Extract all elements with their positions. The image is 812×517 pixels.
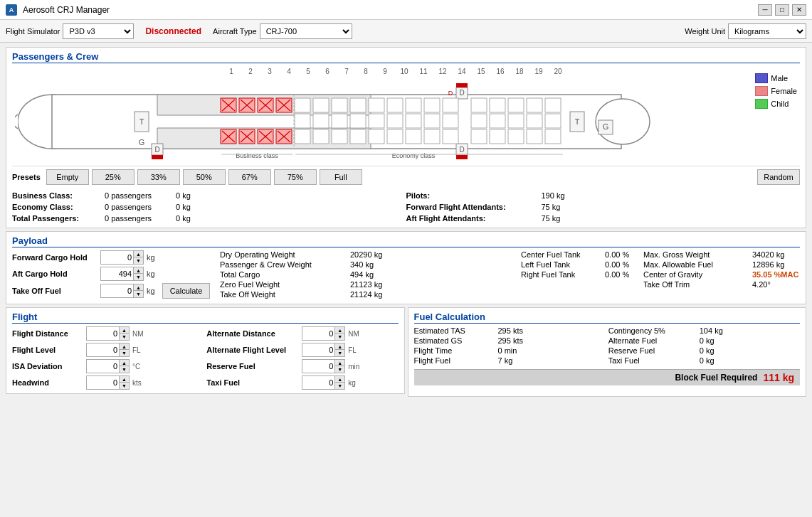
fd-up[interactable]: ▲ <box>120 327 129 334</box>
alt-fl-field[interactable] <box>302 343 334 356</box>
flight-time-label: Flight Time <box>414 346 492 355</box>
contingency-value: 104 kg <box>700 326 723 335</box>
taxi-fuel-field[interactable] <box>302 376 334 389</box>
total-passengers: 0 passengers <box>105 214 162 223</box>
flight-grid: Flight Distance ▲ ▼ NM Flight Level <box>12 326 399 390</box>
preset-50[interactable]: 50% <box>183 169 226 185</box>
alt-fl-row: Alternate Flight Level ▲ ▼ FL <box>206 343 398 357</box>
aft-cargo-down[interactable]: ▼ <box>134 274 143 280</box>
flight-distance-label: Flight Distance <box>12 329 83 338</box>
legend-female: Female <box>755 86 797 96</box>
takeoff-fuel-down[interactable]: ▼ <box>134 291 143 297</box>
hw-down[interactable]: ▼ <box>120 383 129 389</box>
reserve-fuel-result-label: Reserve Fuel <box>608 346 694 355</box>
trim-label: Take Off Trim <box>643 280 747 289</box>
takeoff-fuel-up[interactable]: ▲ <box>134 284 143 291</box>
rf-up[interactable]: ▲ <box>335 360 344 366</box>
fl-up[interactable]: ▲ <box>120 343 129 350</box>
aft-fa-weight: 75 kg <box>542 214 561 223</box>
aircraft-select[interactable]: CRJ-700 <box>260 23 352 39</box>
sim-group: Flight Simulator P3D v3 <box>6 23 134 39</box>
aft-cargo-up[interactable]: ▲ <box>134 267 143 274</box>
maximize-button[interactable]: □ <box>775 4 789 16</box>
afl-up[interactable]: ▲ <box>335 343 344 350</box>
preset-67[interactable]: 67% <box>228 169 271 185</box>
reserve-fuel-input[interactable]: ▲ ▼ <box>302 359 345 373</box>
preset-random[interactable]: Random <box>757 169 800 185</box>
sim-select[interactable]: P3D v3 <box>63 23 134 39</box>
preset-25[interactable]: 25% <box>92 169 135 185</box>
seat-1B[interactable] <box>221 129 236 144</box>
fd-down[interactable]: ▼ <box>120 334 129 340</box>
forward-cargo-up[interactable]: ▲ <box>134 251 143 257</box>
isa-field[interactable] <box>87 360 119 373</box>
minimize-button[interactable]: ─ <box>758 4 772 16</box>
svg-rect-87 <box>545 129 561 144</box>
passengers-header: Passengers & Crew <box>12 51 800 63</box>
afl-down[interactable]: ▼ <box>335 350 344 356</box>
toolbar: Flight Simulator P3D v3 Disconnected Air… <box>0 20 812 43</box>
svg-rect-75 <box>471 129 487 144</box>
flight-distance-field[interactable] <box>87 327 119 340</box>
seat-3A[interactable] <box>258 98 273 112</box>
isa-up[interactable]: ▲ <box>120 360 129 366</box>
flight-level-input[interactable]: ▲ ▼ <box>86 343 130 357</box>
preset-33[interactable]: 33% <box>137 169 180 185</box>
svg-rect-70 <box>443 114 458 128</box>
tow-label: Take Off Weight <box>220 290 344 299</box>
presets-row: Presets Empty 25% 33% 50% 67% 75% Full R… <box>12 166 800 188</box>
business-class-row: Business Class: 0 passengers 0 kg <box>12 190 406 201</box>
seat-2A[interactable] <box>239 98 255 112</box>
flight-distance-input[interactable]: ▲ ▼ <box>86 326 130 341</box>
svg-rect-64 <box>406 114 421 128</box>
preset-75[interactable]: 75% <box>274 169 317 185</box>
rf-down[interactable]: ▼ <box>335 366 344 373</box>
isa-input[interactable]: ▲ ▼ <box>86 359 130 373</box>
aft-cargo-field[interactable] <box>101 267 133 280</box>
tow-row: Take Off Weight 21124 kg <box>220 290 512 299</box>
takeoff-fuel-input[interactable]: ▲ ▼ <box>100 284 144 298</box>
preset-full[interactable]: Full <box>320 169 362 185</box>
taxi-fuel-input[interactable]: ▲ ▼ <box>302 375 345 390</box>
forward-cargo-input[interactable]: ▲ ▼ <box>100 250 144 265</box>
svg-rect-51 <box>332 98 347 112</box>
seat-4A[interactable] <box>276 98 292 112</box>
forward-cargo-down[interactable]: ▼ <box>134 257 143 264</box>
center-fuel-value: 0.00 % <box>605 250 629 259</box>
mgw-label: Max. Gross Weight <box>643 250 747 259</box>
weight-select[interactable]: Kilograms <box>728 23 806 39</box>
ad-down[interactable]: ▼ <box>335 334 344 340</box>
hw-up[interactable]: ▲ <box>120 376 129 383</box>
seat-1A[interactable] <box>221 98 236 112</box>
svg-rect-65 <box>406 129 421 144</box>
seat-3B[interactable] <box>258 129 273 144</box>
est-gs-value: 295 kts <box>498 336 523 345</box>
tf-up[interactable]: ▲ <box>335 376 344 383</box>
calculate-button[interactable]: Calculate <box>162 283 211 299</box>
alt-fl-input[interactable]: ▲ ▼ <box>302 343 345 357</box>
flight-level-field[interactable] <box>87 343 119 356</box>
svg-text:T: T <box>575 117 580 126</box>
aft-cargo-input[interactable]: ▲ ▼ <box>100 267 144 281</box>
isa-down[interactable]: ▼ <box>120 366 129 373</box>
svg-rect-76 <box>490 98 505 112</box>
fuel-calc-grid: Estimated TAS 295 kts Estimated GS 295 k… <box>414 326 801 366</box>
forward-cargo-field[interactable] <box>101 251 133 264</box>
reserve-fuel-field[interactable] <box>302 360 334 373</box>
passengers-section: Passengers & Crew 1 2 3 4 5 6 7 8 9 10 1… <box>6 47 806 228</box>
alt-dist-field[interactable] <box>302 327 334 340</box>
headwind-field[interactable] <box>87 376 119 389</box>
seat-4B[interactable] <box>276 129 292 144</box>
seat-2B[interactable] <box>239 129 255 144</box>
alt-dist-input[interactable]: ▲ ▼ <box>302 326 345 341</box>
svg-rect-63 <box>406 98 421 112</box>
fuel-calc-section: Fuel Calculation Estimated TAS 295 kts E… <box>408 307 807 397</box>
flight-level-row: Flight Level ▲ ▼ FL <box>12 343 204 357</box>
preset-empty[interactable]: Empty <box>46 169 89 185</box>
close-button[interactable]: ✕ <box>792 4 806 16</box>
fl-down[interactable]: ▼ <box>120 350 129 356</box>
tf-down[interactable]: ▼ <box>335 383 344 389</box>
ad-up[interactable]: ▲ <box>335 327 344 334</box>
takeoff-fuel-field[interactable] <box>101 284 133 297</box>
headwind-input[interactable]: ▲ ▼ <box>86 375 130 390</box>
